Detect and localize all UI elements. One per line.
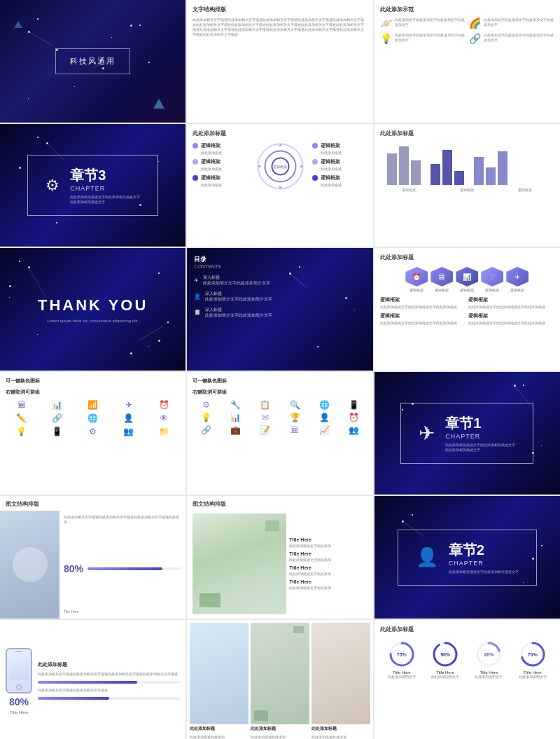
chapter3-desc: 此处添加相关描述文字此处添加相关描述文字此处添加相关描述文字 (70, 195, 140, 205)
pct-20-label: 20% (475, 640, 503, 668)
cover-title: 科技风通用 (70, 57, 115, 65)
slide-15-chapter2: 👤 章节2 CHAPTER 此处添加相关描述文字此处添加相关描述文字 (374, 496, 560, 619)
icon-phone: 📱 (41, 427, 74, 436)
slide-6-bar: 此处添加标题 逻辑框架 逻辑框架 逻辑框架 (374, 124, 560, 247)
chapter2-label: CHAPTER (449, 560, 519, 567)
chapter2-num: 章节2 (449, 541, 519, 560)
slide-3-item-1: 此处添加文字此处添加文字此处添加文字此处添加文字 (395, 18, 465, 27)
slide-17-title3: 此处添加标题 (312, 726, 370, 732)
thankyou-sub: Lorem ipsum dolor sit, consectetur adipi… (47, 319, 139, 323)
icon-globe: 🌐 (77, 413, 109, 423)
bar-9 (498, 151, 507, 185)
contents-title: 目录 (194, 255, 365, 264)
slide-17-title2: 此处添加标题 (251, 726, 309, 732)
slide-3-icons: 此处添加示范 🪐 此处添加文字此处添加文字此处添加文字此处添加文字 🌈 此处添加… (374, 0, 560, 123)
contents-item-3: 深入标题此处添加简介文字此处添加简介文字 (205, 307, 272, 319)
bar-5 (442, 150, 452, 185)
gi-bulb: 💡 (192, 413, 219, 422)
slide-14-imagetext2: 图文结构排版 Title Here 此处添加描述文字此处添加 Title Her… (187, 496, 372, 619)
gi-trend: 📈 (311, 425, 337, 435)
icon-users: 👥 (113, 427, 145, 436)
icon-bulb: 💡 (6, 427, 38, 436)
slide-8-contents: 目录 CONTENTS ✈ 深入标题此处添加简介文字此处添加简介文字 👤 深入标… (187, 248, 372, 371)
icon-share: 🔗 (41, 413, 74, 423)
contents-subtitle: CONTENTS (194, 264, 365, 269)
bar-8 (486, 167, 496, 185)
gi-link: 🔗 (192, 425, 219, 435)
slide-11-icons2: 可一键换色图标 右键取消可群组 ⚙ 🔧 📋 🔍 🌐 📱 💡 📊 ✉ 🏆 👤 ⏰ … (187, 372, 372, 495)
slide-3-item-3: 此处添加文字此处添加文字此处添加文字此处添加文字 (395, 33, 465, 43)
gi-chart: 📊 (223, 413, 249, 422)
gi-edit: 📝 (252, 425, 279, 435)
slide-5-circle: 此处添加标题 逻辑框架 此处添加描述 逻辑框架 此处添加描述 (187, 124, 372, 247)
icon-edit: ✏️ (6, 413, 38, 423)
gi-phone: 📱 (340, 400, 367, 410)
slide-13-title: 图文结构排版 (6, 500, 180, 508)
gi-globe: 🌐 (311, 400, 337, 410)
chapter3-label: CHAPTER (70, 185, 140, 192)
slide-2-body: 此处添加相关文字描述此处添加相关文字描述此处添加相关文字描述此处添加相关文字描述… (192, 18, 367, 37)
gi-gear: ⚙ (192, 400, 219, 410)
icon-wifi: 📶 (77, 400, 109, 410)
slide-6-title: 此处添加标题 (380, 130, 554, 137)
chapter1-num: 章节1 (445, 414, 515, 433)
slide-7-thankyou: THANK YOU Lorem ipsum dolor sit, consect… (0, 248, 186, 371)
slide-9-flow: 此处添加标题 ⏰ 逻辑框架 🏛 逻辑框架 📊 逻辑框架 ♡ 逻辑框架 ✈ 逻辑框… (374, 248, 560, 371)
icon-folder: 📁 (148, 427, 180, 436)
icon-clock: ⏰ (148, 400, 180, 410)
slide-11-subtitle: 右键取消可群组 (192, 389, 367, 396)
gi-trophy: 🏆 (281, 413, 308, 422)
bar-1 (387, 153, 397, 185)
icon-eye: 👁 (148, 413, 180, 423)
pct-90-label: 90% (431, 640, 459, 668)
slide-17-photos: 此处添加标题 此处添加描述此处添加 此处添加标题 此处添加描述此处添加 此处添加… (187, 620, 372, 739)
gi-search: 🔍 (281, 400, 308, 410)
contents-item-2: 深入标题此处添加简介文字此处添加简介文字 (205, 291, 272, 303)
icon-chart: 📊 (41, 400, 74, 410)
pct-75-label: 75% (388, 640, 416, 668)
gi-bank: 🏛 (281, 425, 308, 435)
gi-users: 👥 (340, 425, 367, 435)
icon-plane: ✈ (113, 400, 145, 410)
slide-13-label: Title Here (64, 609, 181, 614)
slide-3-item-4: 此处添加文字此处添加文字此处添加文字此处添加文字 (484, 33, 554, 43)
slide-13-percent: 80% (64, 563, 83, 574)
contents-icon-1: ✈ (194, 277, 199, 284)
chapter3-num: 章节3 (70, 166, 140, 185)
bar-3 (411, 160, 421, 185)
slide-10-title: 可一键换色图标 (6, 378, 180, 385)
slide-17-title1: 此处添加标题 (190, 726, 248, 732)
slide-18-percent: 此处添加标题 75% Title Here 此处添加说明文字 (374, 620, 560, 739)
gi-mail: ✉ (252, 413, 279, 422)
bar-2 (399, 146, 409, 185)
slide-10-icons: 可一键换色图标 右键取消可群组 🏛 📊 📶 ✈ ⏰ ✏️ 🔗 🌐 👤 👁 💡 📱… (0, 372, 186, 495)
icon-building: 🏛 (6, 400, 38, 410)
slide-10-subtitle: 右键取消可群组 (6, 389, 180, 396)
slide-13-imagetext: 图文结构排版 此处添加相关文字描述此处添加相关文字描述此处添加相关文字描述此处添… (0, 496, 186, 619)
slide-1-cover: 科技风通用 (0, 0, 186, 123)
slide-3-item-2: 此处添加文字此处添加文字此处添加文字此处添加文字 (484, 18, 554, 27)
contents-icon-3: 📋 (194, 309, 201, 315)
gi-briefcase: 💼 (223, 425, 249, 435)
slide-9-title: 此处添加标题 (380, 254, 554, 261)
slide-18-title: 此处添加标题 (380, 626, 554, 633)
chapter2-desc: 此处添加相关描述文字此处添加相关描述文字 (449, 569, 519, 574)
pct-70-label: 70% (519, 640, 547, 668)
chapter1-label: CHAPTER (445, 433, 515, 440)
contents-icon-2: 👤 (194, 293, 201, 300)
slide-12-chapter1: ✈ 章节1 CHAPTER 此处添加相关描述文字此处添加相关描述文字此处添加相关… (374, 372, 560, 495)
cover-title-box: 科技风通用 (55, 48, 130, 74)
slide-3-title: 此处添加示范 (380, 6, 554, 13)
contents-item-1: 深入标题此处添加简介文字此处添加简介文字 (203, 275, 270, 286)
thankyou-main: THANK YOU (38, 296, 148, 315)
slide-11-title: 可一键换色图标 (192, 378, 367, 385)
bar-7 (474, 157, 484, 185)
slide-14-title: 图文结构排版 (192, 500, 367, 508)
slide-5-title: 此处添加标题 (192, 130, 367, 137)
gi-clock: ⏰ (340, 413, 367, 422)
bar-6 (454, 171, 464, 185)
gi-wrench: 🔧 (223, 400, 249, 410)
gi-user: 👤 (311, 413, 337, 422)
slide-2-text: 文字结构排版 此处添加相关文字描述此处添加相关文字描述此处添加相关文字描述此处添… (187, 0, 372, 123)
gi-clip: 📋 (252, 400, 279, 410)
